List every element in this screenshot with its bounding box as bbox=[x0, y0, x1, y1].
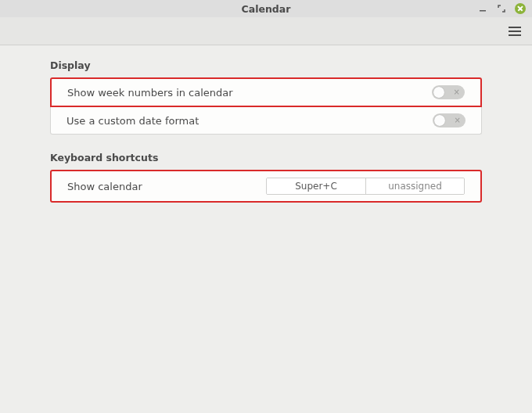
keyboard-row-show-calendar: Show calendar Super+C unassigned bbox=[50, 170, 482, 203]
maximize-button[interactable] bbox=[496, 3, 507, 14]
display-row-custom-date-format: Use a custom date format × bbox=[50, 107, 482, 135]
window-title: Calendar bbox=[242, 3, 291, 15]
svg-rect-0 bbox=[480, 10, 486, 12]
menu-icon[interactable] bbox=[509, 27, 521, 36]
close-button[interactable] bbox=[515, 3, 526, 14]
toggle-week-numbers[interactable]: × bbox=[432, 85, 465, 99]
toggle-off-mark: × bbox=[455, 116, 461, 124]
window-controls bbox=[477, 0, 526, 17]
toggle-custom-date-format[interactable]: × bbox=[433, 113, 466, 127]
shortcut-primary[interactable]: Super+C bbox=[267, 178, 365, 194]
toggle-knob bbox=[434, 115, 445, 126]
display-row-week-numbers: Show week numbers in calendar × bbox=[50, 77, 482, 107]
titlebar: Calendar bbox=[0, 0, 532, 17]
section-title-keyboard: Keyboard shortcuts bbox=[50, 152, 482, 163]
shortcut-group: Super+C unassigned bbox=[266, 178, 465, 195]
section-title-display: Display bbox=[50, 59, 482, 71]
content-area: Display Show week numbers in calendar × … bbox=[0, 45, 532, 221]
minimize-button[interactable] bbox=[477, 3, 488, 14]
toolbar bbox=[0, 17, 532, 45]
shortcut-secondary[interactable]: unassigned bbox=[365, 178, 464, 194]
toggle-off-mark: × bbox=[454, 88, 460, 96]
toggle-knob bbox=[433, 87, 444, 98]
row-label: Show calendar bbox=[67, 181, 260, 192]
row-label: Show week numbers in calendar bbox=[67, 87, 233, 99]
row-label: Use a custom date format bbox=[66, 115, 199, 127]
